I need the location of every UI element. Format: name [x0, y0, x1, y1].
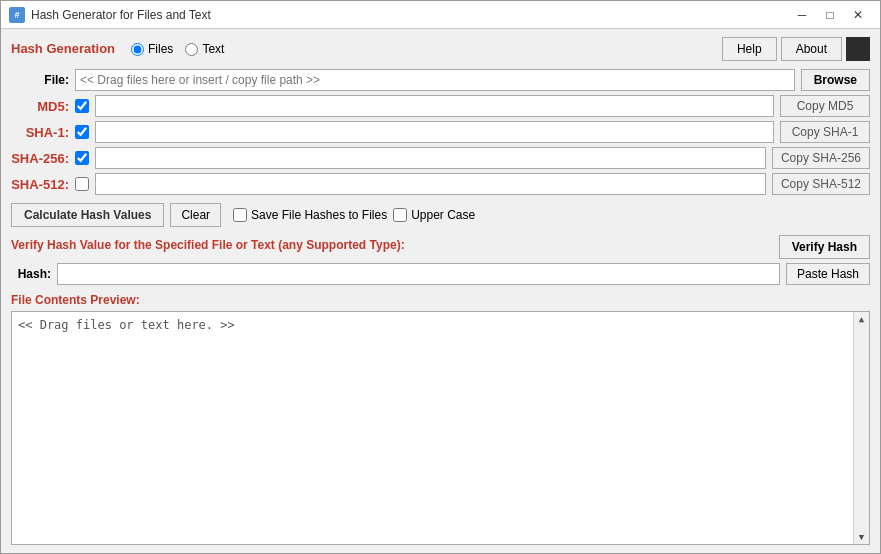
app-logo-square [846, 37, 870, 61]
files-label: Files [148, 42, 173, 56]
verify-title: Verify Hash Value for the Specified File… [11, 238, 405, 252]
text-label: Text [202, 42, 224, 56]
sha1-row: SHA-1: Copy SHA-1 [11, 121, 870, 143]
text-radio-label[interactable]: Text [185, 42, 224, 56]
preview-area[interactable]: << Drag files or text here. >> ▲ ▼ [11, 311, 870, 545]
mode-radio-group: Files Text [131, 42, 224, 56]
sha256-input[interactable] [95, 147, 766, 169]
hash-verify-input[interactable] [57, 263, 780, 285]
sha512-input[interactable] [95, 173, 766, 195]
md5-input[interactable] [95, 95, 774, 117]
sha512-checkbox[interactable] [75, 177, 89, 191]
uppercase-label[interactable]: Upper Case [393, 208, 475, 222]
about-button[interactable]: About [781, 37, 842, 61]
save-hashes-label[interactable]: Save File Hashes to Files [233, 208, 387, 222]
minimize-button[interactable]: ─ [788, 5, 816, 25]
file-row: File: Browse [11, 69, 870, 91]
sha256-checkbox[interactable] [75, 151, 89, 165]
close-button[interactable]: ✕ [844, 5, 872, 25]
preview-title: File Contents Preview: [11, 293, 870, 307]
uppercase-checkbox[interactable] [393, 208, 407, 222]
md5-label: MD5: [11, 99, 69, 114]
sha1-checkbox[interactable] [75, 125, 89, 139]
sha256-label: SHA-256: [11, 151, 69, 166]
section-title: Hash Generation [11, 41, 115, 56]
scroll-down-icon[interactable]: ▼ [859, 532, 864, 542]
sha512-row: SHA-512: Copy SHA-512 [11, 173, 870, 195]
title-controls: ─ □ ✕ [788, 5, 872, 25]
calculate-button[interactable]: Calculate Hash Values [11, 203, 164, 227]
file-label: File: [11, 73, 69, 87]
text-radio[interactable] [185, 43, 198, 56]
hash-generation-header: Hash Generation Files Text Help About [11, 37, 870, 61]
sha1-label: SHA-1: [11, 125, 69, 140]
files-radio[interactable] [131, 43, 144, 56]
verify-section: Verify Hash Value for the Specified File… [11, 235, 870, 285]
window-title: Hash Generator for Files and Text [31, 8, 788, 22]
files-radio-label[interactable]: Files [131, 42, 173, 56]
clear-button[interactable]: Clear [170, 203, 221, 227]
help-button[interactable]: Help [722, 37, 777, 61]
paste-hash-button[interactable]: Paste Hash [786, 263, 870, 285]
browse-button[interactable]: Browse [801, 69, 870, 91]
file-input[interactable] [75, 69, 795, 91]
copy-sha512-button[interactable]: Copy SHA-512 [772, 173, 870, 195]
copy-sha256-button[interactable]: Copy SHA-256 [772, 147, 870, 169]
sha512-label: SHA-512: [11, 177, 69, 192]
title-bar: # Hash Generator for Files and Text ─ □ … [1, 1, 880, 29]
md5-row: MD5: Copy MD5 [11, 95, 870, 117]
preview-placeholder: << Drag files or text here. >> [18, 318, 235, 332]
copy-sha1-button[interactable]: Copy SHA-1 [780, 121, 870, 143]
action-row: Calculate Hash Values Clear Save File Ha… [11, 203, 870, 227]
main-content: Hash Generation Files Text Help About [1, 29, 880, 553]
uppercase-text: Upper Case [411, 208, 475, 222]
copy-md5-button[interactable]: Copy MD5 [780, 95, 870, 117]
preview-section: File Contents Preview: << Drag files or … [11, 293, 870, 545]
app-icon: # [9, 7, 25, 23]
sha1-input[interactable] [95, 121, 774, 143]
save-hashes-text: Save File Hashes to Files [251, 208, 387, 222]
scroll-up-icon[interactable]: ▲ [859, 314, 864, 324]
hash-verify-row: Hash: Paste Hash [11, 263, 870, 285]
hash-verify-label: Hash: [11, 267, 51, 281]
maximize-button[interactable]: □ [816, 5, 844, 25]
scrollbar[interactable]: ▲ ▼ [853, 312, 869, 544]
main-window: # Hash Generator for Files and Text ─ □ … [0, 0, 881, 554]
md5-checkbox[interactable] [75, 99, 89, 113]
sha256-row: SHA-256: Copy SHA-256 [11, 147, 870, 169]
save-hashes-checkbox[interactable] [233, 208, 247, 222]
verify-hash-button[interactable]: Verify Hash [779, 235, 870, 259]
